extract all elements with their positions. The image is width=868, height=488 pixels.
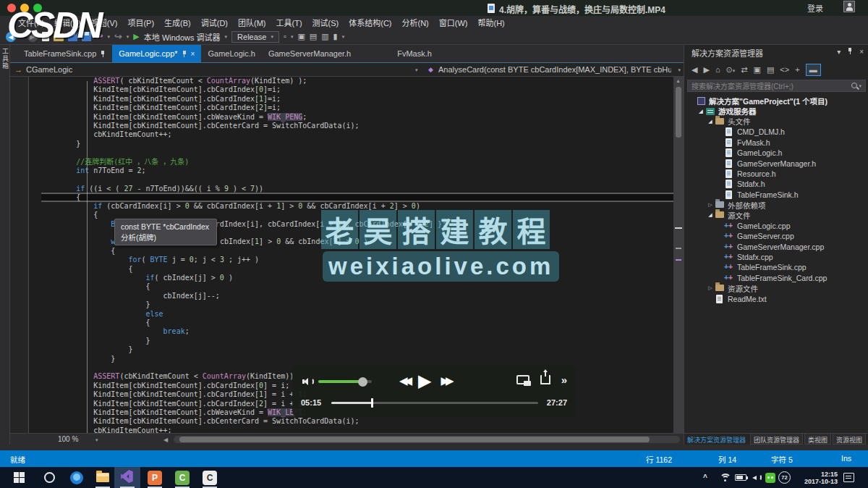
volume-icon[interactable]	[302, 376, 314, 387]
refresh-icon[interactable]: ⇄	[741, 66, 747, 74]
collapsed-arrow-icon[interactable]: ▷	[706, 285, 715, 291]
tree-item[interactable]: GameServer.cpp	[684, 231, 868, 241]
type-dropdown-icon[interactable]: ▾	[415, 67, 418, 73]
search-dropdown-icon[interactable]: ▾	[859, 83, 861, 89]
expanded-arrow-icon[interactable]: ◢	[706, 212, 715, 218]
forward-icon[interactable]: ▶	[703, 66, 709, 74]
document-tab[interactable]: GameLogic.cpp*×	[112, 45, 201, 62]
toolbar-overflow-icon[interactable]: ▾	[291, 34, 294, 40]
toolbox-side-tab[interactable]: 工具箱	[1, 48, 10, 70]
volume-slider[interactable]	[318, 380, 372, 383]
panel-tab[interactable]: 团队资源管理器	[750, 434, 803, 445]
menu-item[interactable]: 团队(M)	[233, 17, 271, 28]
pin-icon[interactable]	[100, 51, 106, 57]
tree-item[interactable]: TableFrameSink_Card.cpp	[684, 273, 868, 283]
wrench-icon[interactable]: +	[795, 66, 799, 74]
document-tab[interactable]: FvMask.h	[391, 45, 438, 62]
tree-item[interactable]: GameServerManager.h	[684, 158, 868, 168]
menu-item[interactable]: 工具(T)	[271, 17, 307, 28]
signin-link[interactable]: 登录	[807, 2, 823, 14]
browser-icon[interactable]	[64, 467, 90, 488]
tree-item[interactable]: TableFrameSink.cpp	[684, 262, 868, 272]
close-icon[interactable]: ×	[191, 50, 195, 58]
file-explorer-icon[interactable]	[90, 467, 116, 488]
scrollbar-thumb[interactable]	[676, 87, 681, 138]
window-position-icon[interactable]: ▾	[837, 48, 841, 56]
tree-item[interactable]: ReadMe.txt	[684, 293, 868, 303]
tree-item[interactable]: ▷资源文件	[684, 283, 868, 293]
tree-item[interactable]: Stdafx.h	[684, 179, 868, 189]
toolbar-misc-icon[interactable]: ▣	[297, 33, 305, 41]
menu-item[interactable]: 项目(P)	[122, 17, 159, 28]
panel-tab[interactable]: 资源视图	[833, 434, 866, 445]
wechat-tray-icon[interactable]	[765, 467, 775, 488]
search-icon[interactable]	[851, 82, 859, 90]
back-icon[interactable]: ◀	[692, 66, 697, 74]
seek-handle[interactable]	[371, 398, 373, 408]
view-code-icon[interactable]: <>	[780, 66, 789, 74]
zoom-dropdown-icon[interactable]: ▾	[95, 437, 98, 443]
start-button[interactable]	[6, 467, 32, 488]
breadcrumb-member[interactable]: AnalyseCard(const BYTE cbCardIndex[MAX_I…	[438, 65, 671, 74]
camtasia-icon[interactable]: C	[169, 467, 195, 488]
debug-dropdown-icon[interactable]: ▾	[225, 34, 228, 40]
undo-dropdown-icon[interactable]: ▾	[107, 34, 110, 40]
debug-target-button[interactable]: 本地 Windows 调试器	[144, 31, 221, 43]
document-tab[interactable]: GameLogic.h	[201, 45, 261, 62]
show-all-files-icon[interactable]: ▬	[806, 64, 821, 76]
more-controls-icon[interactable]: »	[561, 374, 567, 386]
document-tab[interactable]: TableFrameSink.cpp	[17, 45, 112, 62]
volume-knob[interactable]	[358, 377, 367, 387]
visual-studio-icon[interactable]	[114, 467, 140, 488]
tree-item[interactable]: GameLogic.cpp	[684, 221, 868, 231]
menu-item[interactable]: 测试(S)	[307, 17, 344, 28]
breadcrumb-type[interactable]: CGameLogic	[26, 65, 72, 74]
menu-item[interactable]: 体系结构(C)	[344, 17, 396, 28]
expanded-arrow-icon[interactable]: ◢	[706, 119, 715, 125]
wps-icon[interactable]: P	[142, 467, 168, 488]
collapsed-arrow-icon[interactable]: ▷	[706, 202, 715, 208]
menu-item[interactable]: 分析(N)	[397, 17, 434, 28]
redo-button[interactable]: ↪	[114, 31, 122, 42]
tree-item[interactable]: Stdafx.cpp	[684, 252, 868, 262]
pin-icon[interactable]	[847, 48, 853, 54]
menu-item[interactable]: 帮助(H)	[473, 17, 510, 28]
properties-icon[interactable]: ▤	[767, 66, 774, 74]
user-avatar-icon[interactable]	[843, 1, 855, 12]
tree-item[interactable]: ◢源文件	[684, 210, 868, 220]
solution-search-box[interactable]: 搜索解决方案资源管理器(Ctrl+;) ▾	[687, 80, 866, 92]
fast-forward-button[interactable]: ▶▶	[441, 374, 451, 387]
member-dropdown-icon[interactable]: ▾	[678, 67, 681, 73]
pending-changes-icon[interactable]: ⊙▾	[726, 66, 736, 74]
tree-item[interactable]: 解决方案"GameProject"(1 个项目)	[684, 96, 868, 106]
battery-percent-icon[interactable]: 72	[778, 467, 791, 488]
scroll-up-icon[interactable]: ▲	[676, 78, 681, 83]
tree-item[interactable]: ▷外部依赖项	[684, 200, 868, 210]
action-center-icon[interactable]	[843, 467, 854, 488]
play-button[interactable]: ▶	[418, 371, 431, 391]
close-icon[interactable]: ×	[859, 48, 864, 56]
menu-item[interactable]: 调试(D)	[196, 17, 233, 28]
picture-in-picture-icon[interactable]	[516, 375, 529, 384]
start-debug-icon[interactable]: ▶	[133, 32, 139, 41]
tree-item[interactable]: FvMask.h	[684, 138, 868, 148]
panel-tab[interactable]: 解决方案资源管理器	[684, 434, 749, 445]
zoom-level-select[interactable]: 100 %	[58, 435, 78, 443]
cortana-button[interactable]	[36, 467, 62, 488]
expanded-arrow-icon[interactable]: ◢	[697, 109, 705, 114]
tree-item[interactable]: ◢头文件	[684, 117, 868, 127]
panel-tab[interactable]: 类视图	[804, 434, 831, 445]
home-icon[interactable]: ⌂	[715, 66, 720, 74]
tree-item[interactable]: TableFrameSink.h	[684, 190, 868, 200]
configuration-select[interactable]: Release▾	[231, 31, 279, 43]
menu-item[interactable]: 生成(B)	[159, 17, 196, 28]
c-app-icon[interactable]: C	[197, 467, 223, 488]
document-tab[interactable]: GameServerManager.h	[262, 45, 357, 62]
toolbar-misc-icon[interactable]: ▥	[321, 33, 328, 41]
tree-item[interactable]: CMD_DLMJ.h	[684, 127, 868, 137]
scroll-left-icon[interactable]: ◀	[163, 437, 168, 443]
toolbar-misc-icon[interactable]: ▤	[310, 33, 317, 41]
speaker-icon[interactable]	[752, 467, 762, 488]
tree-item[interactable]: GameServerManager.cpp	[684, 241, 868, 251]
tray-chevron-icon[interactable]: ^	[703, 467, 707, 488]
